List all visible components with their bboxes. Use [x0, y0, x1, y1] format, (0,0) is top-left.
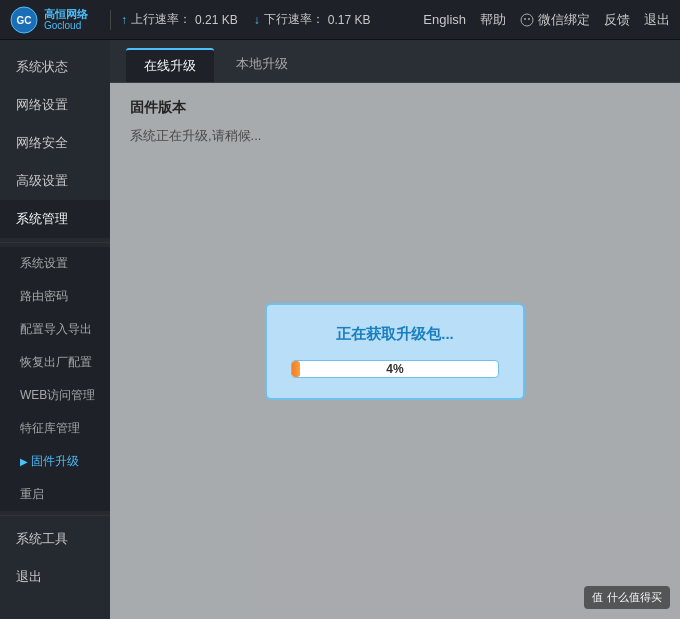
nav-english[interactable]: English [423, 12, 466, 27]
header-stats: ↑ 上行速率： 0.21 KB ↓ 下行速率： 0.17 KB [121, 11, 413, 28]
logo-area: GC 高恒网络 Gocloud [10, 6, 100, 34]
watermark-text: 什么值得买 [607, 590, 662, 605]
download-label: 下行速率： [264, 11, 324, 28]
tab-online-upgrade[interactable]: 在线升级 [126, 48, 214, 82]
modal-title: 正在获取升级包... [291, 325, 499, 344]
sidebar-sub-router-password[interactable]: 路由密码 [0, 280, 110, 313]
svg-text:GC: GC [17, 15, 32, 26]
sidebar-item-logout[interactable]: 退出 [0, 558, 110, 596]
logo-icon: GC [10, 6, 38, 34]
sidebar-sub-reboot[interactable]: 重启 [0, 478, 110, 511]
sidebar-item-system-mgmt[interactable]: 系统管理 [0, 200, 110, 238]
download-arrow-icon: ↓ [254, 13, 260, 27]
nav-logout[interactable]: 退出 [644, 11, 670, 29]
header-divider [110, 10, 111, 30]
sidebar-item-advanced[interactable]: 高级设置 [0, 162, 110, 200]
sidebar-sub-config-export[interactable]: 配置导入导出 [0, 313, 110, 346]
header-nav: English 帮助 微信绑定 反馈 退出 [423, 11, 670, 29]
sidebar-sub-factory-reset[interactable]: 恢复出厂配置 [0, 346, 110, 379]
watermark: 值 什么值得买 [584, 586, 670, 609]
nav-wechat-item[interactable]: 微信绑定 [520, 11, 590, 29]
sidebar-separator-2 [0, 515, 110, 516]
watermark-icon: 值 [592, 590, 603, 605]
main: 在线升级 本地升级 固件版本 系统正在升级,请稍候... 正在获取升级包... … [110, 40, 680, 619]
upload-value: 0.21 KB [195, 13, 238, 27]
modal-overlay: 正在获取升级包... 4% [110, 83, 680, 619]
upload-label: 上行速率： [131, 11, 191, 28]
progress-text: 4% [292, 361, 498, 377]
sidebar-sub-firmware[interactable]: 固件升级 [0, 445, 110, 478]
modal-box: 正在获取升级包... 4% [265, 303, 525, 400]
layout: 系统状态 网络设置 网络安全 高级设置 系统管理 系统设置 路由密码 配置导入导… [0, 40, 680, 619]
sidebar-item-network-security[interactable]: 网络安全 [0, 124, 110, 162]
progress-bar-bg: 4% [291, 360, 499, 378]
sidebar-separator [0, 242, 110, 243]
wechat-icon [520, 13, 534, 27]
sidebar-sub-web-access[interactable]: WEB访问管理 [0, 379, 110, 412]
svg-point-4 [528, 18, 530, 20]
logo-text: 高恒网络 Gocloud [44, 8, 88, 31]
sidebar-item-system-tools[interactable]: 系统工具 [0, 520, 110, 558]
sidebar-submenu: 系统设置 路由密码 配置导入导出 恢复出厂配置 WEB访问管理 特征库管理 固件… [0, 247, 110, 511]
tabs-bar: 在线升级 本地升级 [110, 40, 680, 83]
nav-help[interactable]: 帮助 [480, 11, 506, 29]
sidebar: 系统状态 网络设置 网络安全 高级设置 系统管理 系统设置 路由密码 配置导入导… [0, 40, 110, 619]
sidebar-sub-system-settings[interactable]: 系统设置 [0, 247, 110, 280]
sidebar-sub-feature-mgmt[interactable]: 特征库管理 [0, 412, 110, 445]
logo-cn: 高恒网络 [44, 8, 88, 20]
header: GC 高恒网络 Gocloud ↑ 上行速率： 0.21 KB ↓ 下行速率： … [0, 0, 680, 40]
sidebar-item-network-settings[interactable]: 网络设置 [0, 86, 110, 124]
download-value: 0.17 KB [328, 13, 371, 27]
svg-point-2 [521, 14, 533, 26]
download-stat: ↓ 下行速率： 0.17 KB [254, 11, 371, 28]
svg-point-3 [524, 18, 526, 20]
nav-feedback[interactable]: 反馈 [604, 11, 630, 29]
content-area: 固件版本 系统正在升级,请稍候... 正在获取升级包... 4% [110, 83, 680, 619]
upload-stat: ↑ 上行速率： 0.21 KB [121, 11, 238, 28]
upload-arrow-icon: ↑ [121, 13, 127, 27]
nav-wechat-label: 微信绑定 [538, 11, 590, 29]
sidebar-item-system-status[interactable]: 系统状态 [0, 48, 110, 86]
tab-local-upgrade[interactable]: 本地升级 [218, 48, 306, 82]
logo-en: Gocloud [44, 20, 88, 31]
